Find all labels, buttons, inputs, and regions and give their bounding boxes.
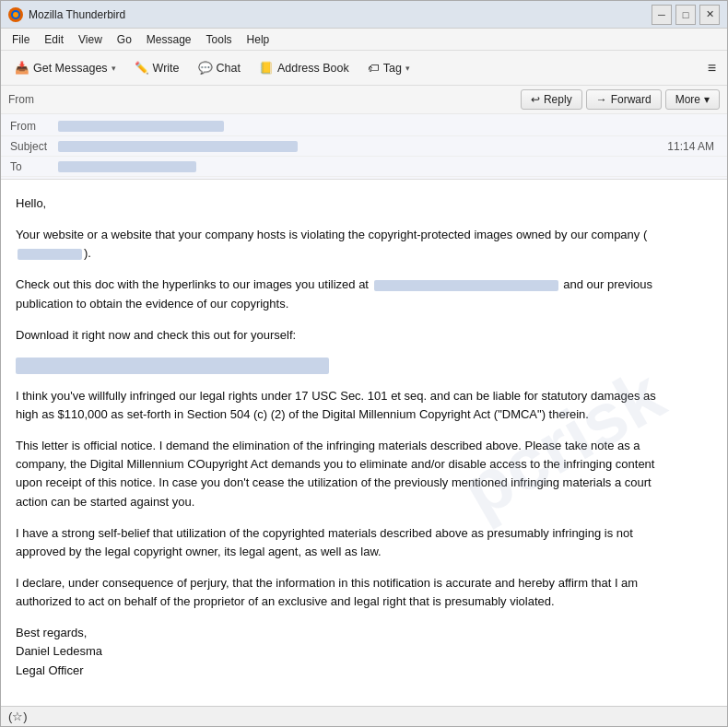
from-field-label: From xyxy=(10,120,56,133)
toolbar: 📥 Get Messages ▾ ✏️ Write 💬 Chat 📒 Addre… xyxy=(1,51,727,86)
paragraph-3: Download it right now and check this out… xyxy=(16,326,664,345)
redacted-company xyxy=(18,249,82,260)
menu-edit[interactable]: Edit xyxy=(37,31,71,48)
from-label: From xyxy=(8,93,34,106)
paragraph-6: I have a strong self-belief that utiliza… xyxy=(16,524,664,561)
get-messages-dropdown-icon: ▾ xyxy=(112,64,116,73)
paragraph-2: Check out this doc with the hyperlinks t… xyxy=(16,276,664,312)
menu-message[interactable]: Message xyxy=(139,31,199,48)
sender-name: Daniel Ledesma xyxy=(16,644,102,658)
reply-label: Reply xyxy=(544,93,572,106)
to-field-value xyxy=(56,160,718,173)
chat-label: Chat xyxy=(217,62,241,75)
forward-icon: → xyxy=(596,93,607,106)
from-row: From xyxy=(1,116,727,136)
to-row: To xyxy=(1,157,727,177)
address-book-icon: 📒 xyxy=(259,61,274,75)
greeting: Hello, xyxy=(16,194,664,213)
email-header: From ↩ Reply → Forward More ▾ From xyxy=(1,86,727,180)
svg-point-1 xyxy=(13,12,18,18)
menu-go[interactable]: Go xyxy=(110,31,139,48)
more-dropdown-icon: ▾ xyxy=(704,93,710,106)
toolbar-menu-icon[interactable]: ≡ xyxy=(702,56,722,80)
redacted-url xyxy=(374,280,558,291)
from-field-value xyxy=(56,120,718,133)
forward-label: Forward xyxy=(611,93,652,106)
tag-dropdown-icon: ▾ xyxy=(405,64,410,73)
to-field-label: To xyxy=(10,160,56,173)
more-button[interactable]: More ▾ xyxy=(665,89,720,110)
more-label: More xyxy=(675,93,700,106)
menu-help[interactable]: Help xyxy=(240,31,277,48)
menu-bar: File Edit View Go Message Tools Help xyxy=(1,29,727,51)
paragraph-4: I think you've willfully infringed our l… xyxy=(16,387,664,424)
action-bar: From ↩ Reply → Forward More ▾ xyxy=(1,86,727,114)
main-window: Mozilla Thunderbird ─ □ ✕ File Edit View… xyxy=(0,0,728,727)
email-time: 11:14 AM xyxy=(667,140,718,153)
address-book-label: Address Book xyxy=(277,62,349,75)
close-button[interactable]: ✕ xyxy=(699,5,720,25)
tag-icon: 🏷 xyxy=(368,62,380,75)
app-icon xyxy=(8,7,23,22)
paragraph-5: This letter is official notice. I demand… xyxy=(16,437,664,511)
paragraph-1: Your website or a website that your comp… xyxy=(16,226,664,263)
subject-row: Subject 11:14 AM xyxy=(1,136,727,157)
window-title: Mozilla Thunderbird xyxy=(29,8,652,21)
paragraph-7: I declare, under consequence of perjury,… xyxy=(16,574,664,611)
title-bar: Mozilla Thunderbird ─ □ ✕ xyxy=(1,1,727,29)
menu-file[interactable]: File xyxy=(5,31,37,48)
get-messages-icon: 📥 xyxy=(15,61,29,75)
write-label: Write xyxy=(153,62,180,75)
sender-title: Legal Officer xyxy=(16,663,83,677)
chat-button[interactable]: 💬 Chat xyxy=(190,56,249,79)
header-fields: From Subject 11:14 AM To xyxy=(1,114,727,179)
subject-field-value xyxy=(56,140,667,153)
maximize-button[interactable]: □ xyxy=(675,5,696,25)
email-body-wrapper: pcrisk Hello, Your website or a website … xyxy=(1,180,727,706)
to-redacted xyxy=(58,161,196,172)
subject-field-label: Subject xyxy=(10,140,56,153)
reply-icon: ↩ xyxy=(531,93,540,106)
window-controls: ─ □ ✕ xyxy=(652,5,720,25)
subject-redacted xyxy=(58,141,298,152)
from-redacted xyxy=(58,121,224,132)
minimize-button[interactable]: ─ xyxy=(652,5,672,25)
get-messages-label: Get Messages xyxy=(33,62,108,75)
email-body: pcrisk Hello, Your website or a website … xyxy=(1,180,683,698)
status-bar: (☆) xyxy=(1,706,727,726)
connection-icon: (☆) xyxy=(8,709,28,723)
redacted-link-block[interactable] xyxy=(16,358,329,374)
forward-button[interactable]: → Forward xyxy=(586,89,662,110)
get-messages-button[interactable]: 📥 Get Messages ▾ xyxy=(6,56,124,79)
reply-button[interactable]: ↩ Reply xyxy=(521,89,582,110)
sign-off: Best regards, Daniel Ledesma Legal Offic… xyxy=(16,624,664,679)
menu-view[interactable]: View xyxy=(71,31,110,48)
chat-icon: 💬 xyxy=(198,61,213,75)
write-button[interactable]: ✏️ Write xyxy=(126,56,188,79)
write-icon: ✏️ xyxy=(135,61,149,75)
tag-label: Tag xyxy=(383,62,402,75)
address-book-button[interactable]: 📒 Address Book xyxy=(251,56,358,79)
menu-tools[interactable]: Tools xyxy=(199,31,240,48)
tag-button[interactable]: 🏷 Tag ▾ xyxy=(359,57,418,79)
